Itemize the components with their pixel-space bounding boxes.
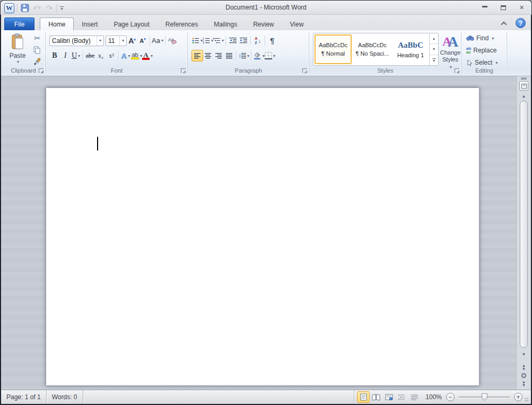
clear-formatting-button[interactable]: Aa bbox=[167, 36, 178, 46]
ribbon-tabs: File Home Insert Page Layout References … bbox=[4, 15, 311, 30]
font-size-combo[interactable]: 11 ▾ bbox=[106, 36, 127, 46]
save-button[interactable] bbox=[20, 3, 30, 13]
combo-arrow-icon[interactable]: ▾ bbox=[119, 36, 126, 46]
tab-insert[interactable]: Insert bbox=[74, 18, 106, 30]
paste-icon bbox=[10, 33, 25, 50]
page-count[interactable]: Page: 1 of 1 bbox=[1, 390, 46, 404]
draft-view-button[interactable] bbox=[408, 392, 420, 402]
paste-dropdown-icon[interactable]: ▾ bbox=[17, 59, 19, 64]
find-button[interactable]: Find ▾ bbox=[466, 33, 498, 43]
line-spacing-button[interactable]: ↕ ▾ bbox=[238, 50, 249, 61]
zoom-slider[interactable] bbox=[459, 393, 510, 401]
outline-icon bbox=[398, 393, 406, 401]
superscript-button[interactable]: x² bbox=[106, 50, 117, 61]
tab-mailings[interactable]: Mailings bbox=[206, 18, 245, 30]
web-layout-view-button[interactable] bbox=[383, 392, 395, 402]
restore-button[interactable] bbox=[500, 5, 507, 11]
full-screen-reading-view-button[interactable] bbox=[370, 392, 382, 402]
pilcrow-icon: ¶ bbox=[270, 37, 274, 45]
style-normal[interactable]: AaBbCcDc ¶ Normal bbox=[315, 34, 352, 64]
zoom-out-button[interactable]: − bbox=[446, 393, 455, 401]
select-button[interactable]: Select ▾ bbox=[466, 58, 498, 67]
increase-indent-button[interactable] bbox=[238, 36, 249, 46]
cut-button[interactable]: ✂ bbox=[31, 33, 43, 43]
document-page[interactable] bbox=[46, 88, 479, 385]
view-ruler-button[interactable] bbox=[519, 81, 528, 91]
paste-button[interactable]: Paste ▾ bbox=[5, 33, 30, 72]
outline-view-button[interactable] bbox=[396, 392, 407, 402]
copy-icon bbox=[33, 46, 41, 54]
tab-home[interactable]: Home bbox=[40, 17, 74, 30]
strikethrough-button[interactable]: abe bbox=[85, 50, 95, 61]
tab-view[interactable]: View bbox=[282, 18, 312, 30]
text-effects-button[interactable]: A ▾ bbox=[120, 50, 131, 61]
style-heading-1[interactable]: AaBbC Heading 1 bbox=[392, 34, 429, 64]
help-button[interactable]: ? bbox=[516, 18, 526, 28]
combo-arrow-icon[interactable]: ▾ bbox=[97, 36, 103, 46]
underline-button[interactable]: U ▾ bbox=[71, 50, 81, 61]
shading-button[interactable]: ▾ bbox=[253, 50, 265, 61]
scroll-down-button[interactable]: ▼ bbox=[519, 350, 528, 358]
minimize-ribbon-icon[interactable] bbox=[501, 21, 507, 27]
undo-button[interactable]: ↶ ▾ bbox=[32, 3, 42, 13]
subscript-button[interactable]: x₂ bbox=[95, 50, 106, 61]
gallery-scroll-down-button[interactable]: ▼ bbox=[430, 44, 438, 55]
justify-button[interactable] bbox=[224, 50, 234, 61]
strikethrough-icon: abe bbox=[86, 52, 95, 60]
previous-page-button[interactable]: ▲▲ bbox=[519, 363, 528, 371]
show-hide-marks-button[interactable]: ¶ bbox=[267, 36, 277, 46]
zoom-in-button[interactable]: + bbox=[514, 393, 522, 401]
text-highlight-button[interactable]: ab ▾ bbox=[131, 50, 142, 61]
tab-references[interactable]: References bbox=[158, 18, 206, 30]
underline-dropdown-icon[interactable]: ▾ bbox=[78, 54, 80, 58]
scrollbar-thumb[interactable] bbox=[520, 101, 528, 348]
zoom-level[interactable]: 100% bbox=[423, 393, 446, 401]
gallery-scroll-up-button[interactable]: ▲ bbox=[430, 33, 438, 44]
tab-page-layout[interactable]: Page Layout bbox=[106, 18, 157, 30]
text-effects-icon: A bbox=[121, 51, 127, 60]
change-styles-button[interactable]: A A Change Styles ▾ bbox=[441, 33, 460, 71]
replace-button[interactable]: ab ac Replace bbox=[466, 46, 498, 55]
minimize-button[interactable] bbox=[481, 5, 488, 11]
align-right-button[interactable] bbox=[213, 50, 224, 61]
resize-grip[interactable] bbox=[522, 390, 531, 404]
bullets-button[interactable]: ▾ bbox=[192, 36, 203, 46]
zoom-slider-thumb[interactable] bbox=[482, 393, 487, 401]
borders-button[interactable]: ▾ bbox=[265, 50, 275, 61]
align-center-button[interactable] bbox=[203, 50, 213, 61]
styles-dialog-launcher[interactable] bbox=[455, 68, 459, 73]
split-window-handle[interactable] bbox=[521, 77, 527, 80]
word-app-icon[interactable]: W bbox=[4, 3, 14, 13]
scroll-up-button[interactable]: ▲ bbox=[519, 92, 528, 100]
select-browse-object-button[interactable] bbox=[519, 372, 528, 379]
decrease-indent-button[interactable] bbox=[228, 36, 238, 46]
word-count[interactable]: Words: 0 bbox=[47, 390, 83, 404]
copy-button[interactable] bbox=[31, 45, 43, 55]
font-color-button[interactable]: A ▾ bbox=[142, 50, 153, 61]
scrollbar-track[interactable]: ▲ ▼ ▲▲ ▼▼ bbox=[519, 76, 528, 390]
format-painter-button[interactable] bbox=[31, 57, 43, 66]
close-button[interactable]: ✕ bbox=[518, 5, 525, 11]
tab-review[interactable]: Review bbox=[245, 18, 282, 30]
shrink-font-button[interactable]: A▾ bbox=[137, 36, 148, 46]
redo-button[interactable]: ↷ bbox=[45, 3, 54, 13]
next-page-button[interactable]: ▼▼ bbox=[519, 380, 528, 388]
font-dialog-launcher[interactable] bbox=[181, 68, 186, 73]
change-case-button[interactable]: Aa ▾ bbox=[152, 36, 163, 46]
customize-qat-button[interactable]: ▾ bbox=[60, 6, 64, 10]
tab-file[interactable]: File bbox=[4, 17, 34, 30]
align-left-button[interactable] bbox=[192, 50, 203, 61]
sort-button[interactable]: A Z ↓ bbox=[252, 36, 263, 46]
undo-dropdown-icon[interactable]: ▾ bbox=[39, 5, 41, 11]
gallery-more-button[interactable]: ▼ bbox=[430, 55, 438, 65]
style-no-spacing[interactable]: AaBbCcDc ¶ No Spaci... bbox=[354, 34, 391, 64]
font-name-combo[interactable]: Calibri (Body) ▾ bbox=[49, 36, 104, 46]
italic-button[interactable]: I bbox=[60, 50, 71, 61]
multilevel-list-button[interactable]: ▾ bbox=[213, 36, 224, 46]
numbering-button[interactable]: 123 ▾ bbox=[203, 36, 213, 46]
bold-button[interactable]: B bbox=[49, 50, 60, 61]
print-layout-view-button[interactable] bbox=[357, 392, 369, 402]
grow-font-button[interactable]: A▴ bbox=[127, 36, 137, 46]
paragraph-dialog-launcher[interactable] bbox=[302, 68, 307, 73]
clipboard-dialog-launcher[interactable] bbox=[39, 68, 43, 73]
